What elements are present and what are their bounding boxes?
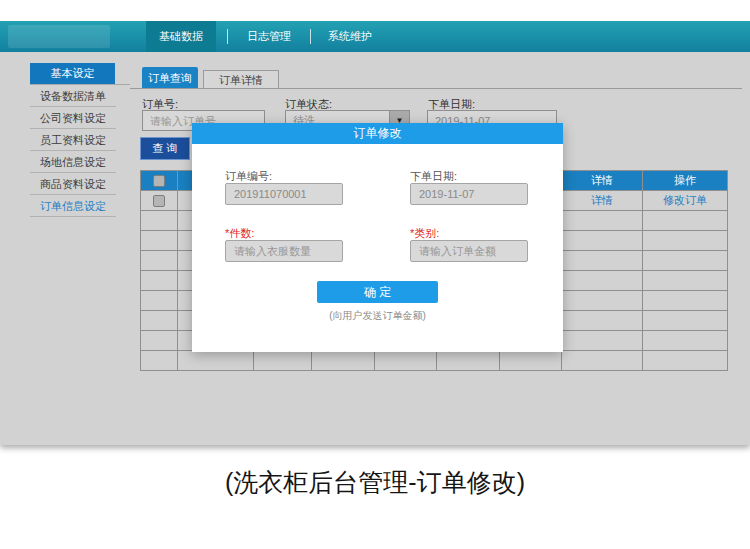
- select-all-checkbox[interactable]: [153, 175, 165, 187]
- table-row-empty: [141, 351, 728, 371]
- modal-order-no-label: 订单编号:: [225, 169, 272, 184]
- nav-separator: [310, 29, 311, 44]
- modal-note: (向用户发送订单金额): [192, 309, 563, 323]
- app-logo: [8, 25, 110, 48]
- sidebar-item-product-info[interactable]: 商品资料设定: [30, 173, 116, 195]
- nav-tab-log-management[interactable]: 日志管理: [235, 21, 303, 52]
- order-modify-modal: 订单修改 订单编号: 下单日期: *件数: *类别: 确 定 (向用户发送订单金…: [192, 123, 563, 352]
- row-checkbox[interactable]: [153, 195, 165, 207]
- modal-quantity-label: *件数:: [225, 226, 254, 241]
- tab-underline: [130, 88, 742, 89]
- query-button[interactable]: 查 询: [140, 137, 190, 160]
- modal-order-date-label: 下单日期:: [410, 169, 457, 184]
- tab-order-query[interactable]: 订单查询: [142, 67, 198, 89]
- sidebar-item-site-info[interactable]: 场地信息设定: [30, 151, 116, 173]
- modify-order-link[interactable]: 修改订单: [663, 194, 707, 206]
- nav-tab-system-maintenance[interactable]: 系统维护: [316, 21, 384, 52]
- screenshot-frame: 基础数据 日志管理 系统维护 基本设定 设备数据清单 公司资料设定 员工资料设定…: [0, 0, 750, 549]
- sidebar-item-company-info[interactable]: 公司资料设定: [30, 107, 116, 129]
- modal-order-date-input[interactable]: [410, 183, 528, 205]
- tab-order-details[interactable]: 订单详情: [203, 70, 279, 89]
- sidebar-item-employee-info[interactable]: 员工资料设定: [30, 129, 116, 151]
- column-header-action: 操作: [643, 171, 728, 191]
- nav-tab-basic-data[interactable]: 基础数据: [146, 21, 216, 52]
- modal-category-label: *类别:: [410, 226, 439, 241]
- sidebar-item-device-data-list[interactable]: 设备数据清单: [30, 85, 116, 107]
- modal-order-no-input[interactable]: [225, 183, 343, 205]
- modal-title: 订单修改: [192, 123, 563, 144]
- sidebar-item-order-info[interactable]: 订单信息设定: [30, 195, 116, 217]
- confirm-button[interactable]: 确 定: [317, 281, 438, 303]
- nav-separator: [227, 29, 228, 44]
- top-nav-bar: 基础数据 日志管理 系统维护: [0, 21, 750, 52]
- sidebar-header-basic-settings[interactable]: 基本设定: [30, 63, 115, 84]
- modal-quantity-input[interactable]: [225, 240, 343, 262]
- details-link[interactable]: 详情: [591, 194, 613, 206]
- sidebar-menu: 设备数据清单 公司资料设定 员工资料设定 场地信息设定 商品资料设定 订单信息设…: [30, 85, 116, 217]
- modal-category-input[interactable]: [410, 240, 528, 262]
- column-header-details: 详情: [562, 171, 643, 191]
- screenshot-caption: (洗衣柜后台管理-订单修改): [0, 466, 750, 499]
